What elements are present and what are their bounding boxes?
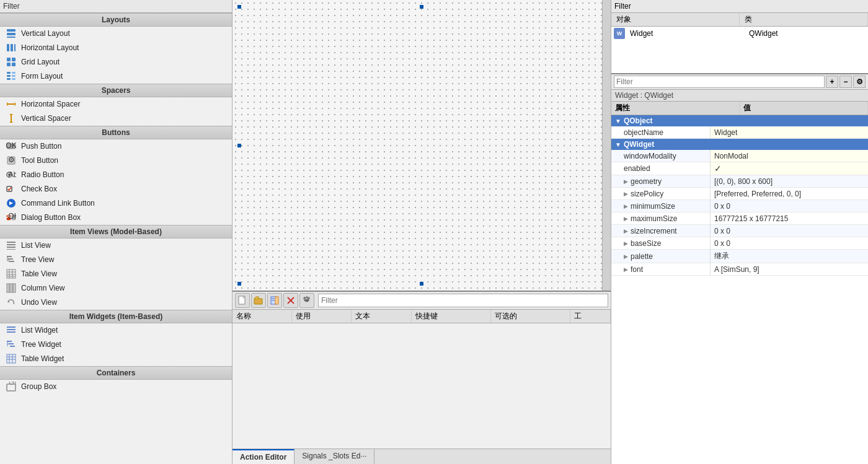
sidebar-item-tool-button[interactable]: ⚙ Tool Button bbox=[0, 154, 232, 168]
prop-name-windowmodality: windowModality bbox=[611, 150, 711, 162]
sidebar-item-form-layout[interactable]: Form Layout bbox=[0, 69, 232, 84]
sidebar-item-table-widget[interactable]: Table Widget bbox=[0, 352, 232, 366]
radio-button-icon: Ab bbox=[5, 170, 17, 180]
obj-row-class: QWidget bbox=[749, 29, 866, 38]
prop-row-palette[interactable]: ▶ palette 继承 bbox=[611, 250, 868, 263]
prop-row-geometry[interactable]: ▶ geometry [(0, 0), 800 x 600] bbox=[611, 175, 868, 188]
property-config-button[interactable]: ⚙ bbox=[853, 76, 866, 88]
object-filter-bar: Filter bbox=[611, 0, 868, 13]
font-expand-arrow[interactable]: ▶ bbox=[624, 266, 628, 273]
sidebar-item-check-box[interactable]: Check Box bbox=[0, 182, 232, 196]
sidebar-item-column-view[interactable]: Column View bbox=[0, 281, 232, 295]
sidebar-item-table-view[interactable]: Table View bbox=[0, 267, 232, 281]
sidebar-item-group-box[interactable]: Grp Group Box bbox=[0, 380, 232, 394]
svg-marker-20 bbox=[9, 114, 13, 116]
basesize-expand-arrow[interactable]: ▶ bbox=[624, 240, 628, 247]
tab-action-editor[interactable]: Action Editor bbox=[232, 449, 294, 464]
svg-rect-76 bbox=[275, 297, 278, 304]
prop-name-font: ▶ font bbox=[611, 263, 711, 275]
qobject-group-header[interactable]: ▼ QObject bbox=[611, 115, 868, 126]
tab-signals-slots[interactable]: Signals _Slots Ed··· bbox=[294, 449, 374, 464]
vertical-layout-label: Vertical Layout bbox=[21, 29, 70, 38]
sidebar-item-vertical-layout[interactable]: Vertical Layout bbox=[0, 27, 232, 41]
sidebar-item-horizontal-layout[interactable]: Horizontal Layout bbox=[0, 41, 232, 55]
item-views-section-header: Item Views (Model-Based) bbox=[0, 225, 232, 239]
geometry-expand-arrow[interactable]: ▶ bbox=[624, 178, 628, 185]
action-filter-input[interactable] bbox=[318, 294, 608, 307]
prop-row-windowmodality[interactable]: windowModality NonModal bbox=[611, 150, 868, 162]
prop-value-enabled[interactable]: ✓ bbox=[711, 162, 868, 175]
prop-row-objectname[interactable]: objectName Widget bbox=[611, 126, 868, 139]
sidebar-item-undo-view[interactable]: Undo View bbox=[0, 295, 232, 310]
svg-rect-61 bbox=[9, 343, 14, 344]
edit-action-button[interactable] bbox=[267, 293, 282, 308]
obj-row-widget[interactable]: W Widget QWidget bbox=[611, 27, 868, 40]
sidebar-item-command-link-button[interactable]: Command Link Button bbox=[0, 196, 232, 211]
form-layout-label: Form Layout bbox=[21, 72, 63, 81]
tool-button-icon: ⚙ bbox=[5, 155, 17, 165]
action-col-extra: 工 bbox=[570, 310, 610, 323]
new-action-button[interactable] bbox=[235, 293, 250, 308]
svg-text:Ab: Ab bbox=[9, 170, 16, 179]
delete-action-button[interactable] bbox=[283, 293, 298, 308]
vertical-scrollbar[interactable] bbox=[602, 0, 611, 291]
prop-value-objectname[interactable]: Widget bbox=[711, 126, 868, 138]
column-view-label: Column View bbox=[21, 284, 64, 292]
prop-row-maximumsize[interactable]: ▶ maximumSize 16777215 x 16777215 bbox=[611, 212, 868, 225]
prop-row-enabled[interactable]: enabled ✓ bbox=[611, 162, 868, 175]
spacers-label: Spacers bbox=[102, 86, 131, 95]
maximumsize-expand-arrow[interactable]: ▶ bbox=[624, 216, 628, 222]
push-button-icon: OK bbox=[5, 141, 17, 151]
containers-section-header: Containers bbox=[0, 366, 232, 380]
obj-row-name: Widget bbox=[627, 29, 749, 38]
minimumsize-expand-arrow[interactable]: ▶ bbox=[624, 203, 628, 209]
prop-row-minimumsize[interactable]: ▶ minimumSize 0 x 0 bbox=[611, 200, 868, 212]
sizepolicy-expand-arrow[interactable]: ▶ bbox=[624, 191, 628, 197]
svg-text:OK: OK bbox=[6, 141, 16, 150]
prop-value-windowmodality[interactable]: NonModal bbox=[711, 150, 868, 162]
prop-value-geometry: [(0, 0), 800 x 600] bbox=[711, 175, 868, 187]
property-filter-input[interactable] bbox=[614, 76, 825, 88]
bottom-section: 名称 使用 文本 快捷键 可选的 工 Action Editor Signals… bbox=[232, 291, 611, 464]
tree-view-label: Tree View bbox=[21, 255, 54, 264]
item-widgets-label: Item Widgets (Item-Based) bbox=[69, 312, 163, 321]
svg-rect-42 bbox=[9, 261, 14, 262]
settings-action-button[interactable] bbox=[299, 293, 314, 308]
svg-rect-11 bbox=[12, 72, 16, 74]
property-remove-button[interactable]: − bbox=[839, 76, 852, 88]
resize-handle-bot-mid[interactable] bbox=[420, 282, 423, 286]
open-action-button[interactable] bbox=[251, 293, 266, 308]
sidebar-item-push-button[interactable]: OK Push Button bbox=[0, 139, 232, 154]
svg-text:OK: OK bbox=[8, 212, 16, 221]
prop-row-sizepolicy[interactable]: ▶ sizePolicy [Preferred, Preferred, 0, 0… bbox=[611, 188, 868, 200]
palette-expand-arrow[interactable]: ▶ bbox=[624, 253, 628, 260]
prop-row-font[interactable]: ▶ font A [SimSun, 9] bbox=[611, 263, 868, 276]
sidebar-item-horizontal-spacer[interactable]: Horizontal Spacer bbox=[0, 97, 232, 112]
property-add-button[interactable]: + bbox=[826, 76, 838, 88]
table-view-label: Table View bbox=[21, 269, 57, 278]
design-canvas[interactable] bbox=[232, 0, 611, 291]
horizontal-layout-icon bbox=[5, 43, 17, 53]
sidebar-item-vertical-spacer[interactable]: Vertical Spacer bbox=[0, 112, 232, 126]
resize-handle-mid-left[interactable] bbox=[237, 144, 241, 147]
svg-text:Grp: Grp bbox=[9, 382, 16, 387]
table-widget-icon bbox=[5, 354, 17, 364]
horizontal-layout-label: Horizontal Layout bbox=[21, 43, 79, 52]
sidebar-item-tree-view[interactable]: Tree View bbox=[0, 253, 232, 267]
qwidget-group-header[interactable]: ▼ QWidget bbox=[611, 139, 868, 150]
svg-rect-74 bbox=[254, 299, 262, 304]
sidebar-item-radio-button[interactable]: Ab Radio Button bbox=[0, 168, 232, 182]
sidebar-item-dialog-button-box[interactable]: ✕OK Dialog Button Box bbox=[0, 211, 232, 225]
svg-rect-4 bbox=[11, 44, 13, 51]
prop-value-sizepolicy: [Preferred, Preferred, 0, 0] bbox=[711, 188, 868, 199]
sidebar-item-list-view[interactable]: List View bbox=[0, 239, 232, 253]
prop-row-sizeincrement[interactable]: ▶ sizeIncrement 0 x 0 bbox=[611, 225, 868, 237]
resize-handle-top-mid[interactable] bbox=[420, 5, 423, 9]
sidebar-item-tree-widget[interactable]: Tree Widget bbox=[0, 338, 232, 352]
sizeincrement-expand-arrow[interactable]: ▶ bbox=[624, 228, 628, 234]
resize-handle-top-left[interactable] bbox=[237, 5, 241, 9]
resize-handle-bot-left[interactable] bbox=[237, 282, 241, 286]
prop-row-basesize[interactable]: ▶ baseSize 0 x 0 bbox=[611, 237, 868, 250]
sidebar-item-grid-layout[interactable]: Grid Layout bbox=[0, 55, 232, 69]
sidebar-item-list-widget[interactable]: List Widget bbox=[0, 323, 232, 338]
